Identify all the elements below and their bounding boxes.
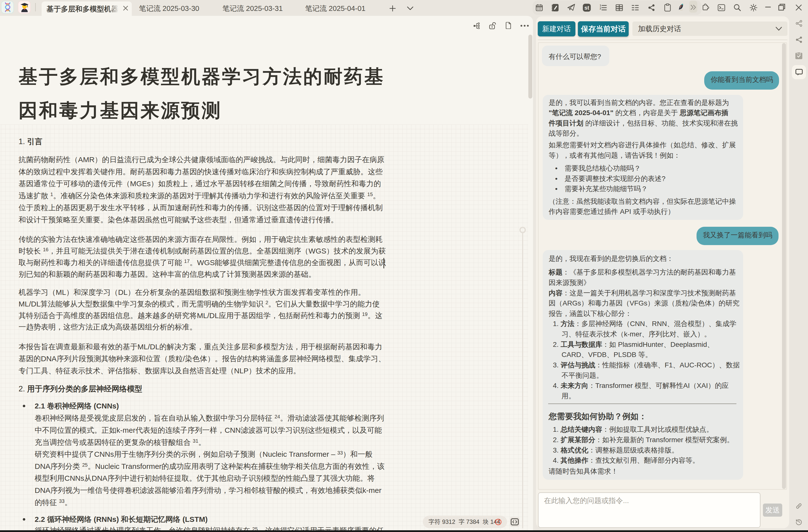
svg-text:st: st xyxy=(584,5,589,11)
svg-text:2: 2 xyxy=(600,7,601,10)
svg-text:?: ? xyxy=(497,520,500,524)
svg-text:1: 1 xyxy=(600,4,601,7)
